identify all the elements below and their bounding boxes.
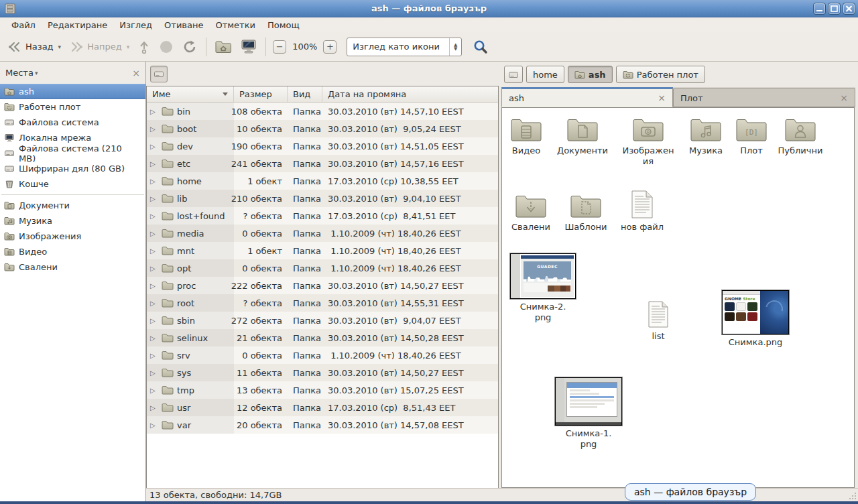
stop-button[interactable] xyxy=(156,36,177,58)
folder-downloads[interactable]: Свалени xyxy=(504,194,558,233)
menu-go[interactable]: Отиване xyxy=(158,19,209,32)
expander-icon[interactable]: ▷ xyxy=(150,178,158,185)
forward-button[interactable]: Напред ▾ xyxy=(66,38,133,56)
path-root-button[interactable] xyxy=(504,66,523,83)
expander-icon[interactable]: ▷ xyxy=(150,143,158,150)
reload-button[interactable] xyxy=(178,35,201,59)
minimize-icon[interactable] xyxy=(813,3,826,15)
expander-icon[interactable]: ▷ xyxy=(150,352,158,359)
menu-view[interactable]: Изглед xyxy=(113,19,158,32)
sidebar-item-trash[interactable]: Кошче xyxy=(0,176,145,192)
table-row[interactable]: ▷ sbin 272 обекта Папка 30.03.2010 (вт) … xyxy=(147,312,498,329)
table-row[interactable]: ▷ boot 10 обекта Папка 30.03.2010 (вт) 9… xyxy=(147,120,498,137)
search-button[interactable] xyxy=(470,36,491,58)
expander-icon[interactable]: ▷ xyxy=(150,387,158,394)
sidebar-item-documents[interactable]: Документи xyxy=(0,198,145,213)
table-row[interactable]: ▷ tmp 13 обекта Папка 30.03.2010 (вт) 15… xyxy=(147,381,498,399)
folder-music[interactable]: Музика xyxy=(678,117,734,156)
forward-history-caret-icon[interactable]: ▾ xyxy=(127,44,130,50)
path-desktop-button[interactable]: Работен плот xyxy=(616,66,705,83)
tab-ash[interactable]: ash × xyxy=(501,87,673,107)
table-row[interactable]: ▷ lib 210 обекта Папка 30.03.2010 (вт) 9… xyxy=(147,190,498,207)
sidebar-item-filesystem[interactable]: Файлова система xyxy=(0,115,145,130)
expander-icon[interactable]: ▷ xyxy=(150,195,158,202)
path-ash-button[interactable]: ash xyxy=(568,66,613,83)
expander-icon[interactable]: ▷ xyxy=(150,230,158,237)
table-row[interactable]: ▷ etc 241 обекта Папка 30.03.2010 (вт) 1… xyxy=(147,155,498,172)
expander-icon[interactable]: ▷ xyxy=(150,300,158,307)
sidebar-item-videos[interactable]: Видео xyxy=(0,244,145,259)
file-snimka-1[interactable]: Снимка-1. png xyxy=(555,377,622,449)
maximize-icon[interactable] xyxy=(828,3,841,15)
table-row[interactable]: ▷ media 0 обекта Папка 1.10.2009 (чт) 18… xyxy=(147,225,498,242)
expander-icon[interactable]: ▷ xyxy=(150,212,158,220)
column-header-date[interactable]: Дата на промяна xyxy=(322,86,498,102)
back-history-caret-icon[interactable]: ▾ xyxy=(58,44,62,50)
menu-file[interactable]: Файл xyxy=(5,19,42,32)
column-header-name[interactable]: Име xyxy=(147,86,234,102)
table-row[interactable]: ▷ root ? обекта Папка 30.03.2010 (вт) 14… xyxy=(147,294,498,312)
sidebar-item-desktop[interactable]: Работен плот xyxy=(0,99,145,115)
folder-pictures[interactable]: Изображен ия xyxy=(617,117,679,166)
folder-templates[interactable]: Шаблони xyxy=(559,194,613,233)
expander-icon[interactable]: ▷ xyxy=(150,265,158,272)
sidebar-item-pictures[interactable]: Изображения xyxy=(0,229,145,244)
expander-icon[interactable]: ▷ xyxy=(150,160,158,168)
icon-view[interactable]: Видео Документи Изображен ия Музика xyxy=(501,107,855,488)
file-snimka[interactable]: GNOME Store Снимка.png xyxy=(717,290,794,348)
table-row[interactable]: ▷ lost+found ? обекта Папка 17.03.2010 (… xyxy=(147,207,498,225)
expander-icon[interactable]: ▷ xyxy=(150,422,158,429)
tab-close-icon[interactable]: × xyxy=(840,92,848,103)
view-mode-select[interactable]: Изглед като икони ▲▼ xyxy=(347,38,462,56)
expander-icon[interactable]: ▷ xyxy=(150,404,158,412)
sidebar-item-downloads[interactable]: Свалени xyxy=(0,259,145,275)
sidebar-close-icon[interactable]: × xyxy=(132,68,140,78)
table-row[interactable]: ▷ proc 222 обекта Папка 30.03.2010 (вт) … xyxy=(147,277,498,294)
table-row[interactable]: ▷ dev 190 обекта Папка 30.03.2010 (вт) 1… xyxy=(147,137,498,155)
table-row[interactable]: ▷ home 1 обект Папка 17.03.2010 (ср) 10,… xyxy=(147,172,498,190)
expander-icon[interactable]: ▷ xyxy=(150,369,158,377)
expander-icon[interactable]: ▷ xyxy=(150,317,158,324)
folder-video[interactable]: Видео xyxy=(503,117,549,156)
folder-desktop[interactable]: [D] Плот xyxy=(727,117,776,156)
table-row[interactable]: ▷ bin 108 обекта Папка 30.03.2010 (вт) 1… xyxy=(147,103,498,120)
zoom-in-button[interactable]: + xyxy=(323,40,336,54)
table-row[interactable]: ▷ mnt 1 обект Папка 1.10.2009 (чт) 18,40… xyxy=(147,242,498,259)
sidebar-item-encrypted-80gb[interactable]: Шифриран дял (80 GB) xyxy=(0,161,145,176)
back-button[interactable]: Назад ▾ xyxy=(4,38,64,56)
resize-grip[interactable] xyxy=(849,492,857,500)
zoom-out-button[interactable]: − xyxy=(273,40,286,54)
expander-icon[interactable]: ▷ xyxy=(150,282,158,290)
folder-documents[interactable]: Документи xyxy=(550,117,615,156)
up-button[interactable] xyxy=(134,36,154,58)
expander-icon[interactable]: ▷ xyxy=(150,108,158,115)
menu-bookmarks[interactable]: Отметки xyxy=(209,19,261,32)
folder-public[interactable]: Публични xyxy=(770,117,831,156)
column-header-type[interactable]: Вид xyxy=(288,86,322,102)
file-list[interactable]: list xyxy=(631,300,685,342)
table-row[interactable]: ▷ sys 11 обекта Папка 30.03.2010 (вт) 14… xyxy=(147,364,498,381)
sidebar-item-music[interactable]: Музика xyxy=(0,213,145,229)
expander-icon[interactable]: ▷ xyxy=(150,334,158,342)
sidebar-item-ash[interactable]: ash xyxy=(0,84,145,99)
table-row[interactable]: ▷ var 20 обекта Папка 30.03.2010 (вт) 14… xyxy=(147,416,498,434)
table-row[interactable]: ▷ opt 0 обекта Папка 1.10.2009 (чт) 18,4… xyxy=(147,259,498,277)
computer-button[interactable] xyxy=(237,35,261,59)
file-new[interactable]: нов файл xyxy=(615,190,669,233)
menu-help[interactable]: Помощ xyxy=(261,19,306,32)
table-row[interactable]: ▷ srv 0 обекта Папка 1.10.2009 (чт) 18,4… xyxy=(147,346,498,364)
titlebar[interactable]: ash — файлов браузър xyxy=(0,0,858,17)
file-snimka-2[interactable]: GUADEC Снимка-2. png xyxy=(509,253,576,322)
tab-close-icon[interactable]: × xyxy=(658,92,666,103)
home-button[interactable] xyxy=(211,36,235,58)
filesystem-root-button[interactable] xyxy=(150,66,168,82)
expander-icon[interactable]: ▷ xyxy=(150,125,158,133)
column-header-size[interactable]: Размер xyxy=(234,86,288,102)
sidebar-item-filesystem-210mb[interactable]: Файлова система (210 MB) xyxy=(0,145,145,161)
path-home-button[interactable]: home xyxy=(526,66,564,83)
tab-plot[interactable]: Плот × xyxy=(673,88,855,107)
sidebar-chevron-down-icon[interactable]: ▾ xyxy=(35,70,38,76)
close-icon[interactable] xyxy=(843,3,855,15)
sidebar-title[interactable]: Места xyxy=(5,68,34,78)
expander-icon[interactable]: ▷ xyxy=(150,247,158,255)
